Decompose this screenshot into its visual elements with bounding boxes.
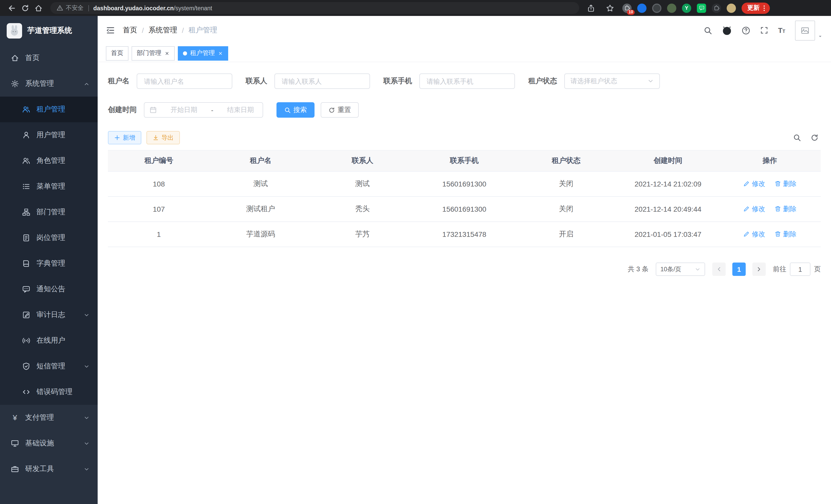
sidebar-item-home[interactable]: 首页	[0, 45, 98, 71]
sidebar-item-menus[interactable]: 菜单管理	[0, 174, 98, 199]
page-number-current[interactable]: 1	[732, 263, 746, 276]
main-area: 首页 / 系统管理 / 租户管理 TT	[98, 16, 831, 504]
sidebar-item-audit-log[interactable]: 审计日志	[0, 302, 98, 328]
edit-button[interactable]: 修改	[743, 230, 765, 239]
reset-button-label: 重置	[338, 105, 351, 115]
extension-icon[interactable]	[712, 3, 721, 12]
tab-home[interactable]: 首页	[106, 46, 128, 60]
browser-menu-icon[interactable]	[761, 4, 768, 11]
cell-created: 2021-12-14 21:02:09	[617, 171, 719, 197]
sidebar-toggle-button[interactable]	[106, 26, 115, 35]
sidebar-item-label: 在线用户	[36, 336, 88, 345]
table-toolbar: 新增 导出	[108, 131, 821, 144]
menu-list-icon	[22, 182, 30, 190]
search-button[interactable]: 搜索	[277, 102, 315, 118]
tenant-name-input[interactable]	[143, 77, 226, 86]
roles-icon	[22, 157, 30, 165]
sidebar-item-sms[interactable]: 短信管理	[0, 353, 98, 379]
cell-actions: 修改 删除	[719, 197, 821, 222]
sidebar-item-announcements[interactable]: 通知公告	[0, 276, 98, 302]
chevron-down-icon	[695, 266, 700, 272]
extension-icon[interactable]	[667, 3, 676, 12]
browser-home-button[interactable]	[32, 1, 45, 14]
reset-button[interactable]: 重置	[321, 102, 359, 118]
search-icon[interactable]	[704, 26, 712, 35]
breadcrumb-item[interactable]: 系统管理	[148, 26, 177, 35]
gear-icon	[11, 80, 19, 88]
goto-page-input[interactable]	[790, 263, 810, 276]
edit-button[interactable]: 修改	[743, 179, 765, 188]
sidebar-item-error-codes[interactable]: 错误码管理	[0, 379, 98, 405]
sidebar-item-positions[interactable]: 岗位管理	[0, 225, 98, 251]
extension-icon[interactable]	[727, 3, 736, 12]
delete-button[interactable]: 删除	[774, 230, 797, 239]
sidebar-item-infrastructure[interactable]: 基础设施	[0, 431, 98, 456]
delete-button[interactable]: 删除	[774, 205, 797, 214]
phone-input-wrap[interactable]	[419, 73, 515, 89]
browser-reload-button[interactable]	[19, 1, 32, 14]
screen: 不安全 dashboard.yudao.iocoder.cn/system/te…	[0, 0, 831, 504]
prev-page-button[interactable]	[712, 263, 726, 276]
next-page-button[interactable]	[752, 263, 766, 276]
breadcrumb-separator: /	[182, 26, 184, 34]
announcement-icon	[22, 285, 30, 293]
yen-icon: ¥	[11, 414, 19, 422]
delete-button[interactable]: 删除	[774, 179, 797, 188]
browser-update-button[interactable]: 更新	[742, 2, 770, 13]
sidebar-item-system[interactable]: 系统管理	[0, 71, 98, 97]
tenant-name-input-wrap[interactable]	[137, 73, 232, 89]
extension-icon[interactable]: Y	[682, 3, 691, 12]
cell-status: 关闭	[515, 171, 617, 197]
close-icon[interactable]	[165, 51, 170, 56]
user-avatar-menu[interactable]	[795, 20, 823, 40]
sidebar-item-dictionary[interactable]: 字典管理	[0, 251, 98, 276]
breadcrumb-item-current: 租户管理	[189, 26, 218, 35]
date-range-picker[interactable]: 开始日期 - 结束日期	[144, 102, 263, 118]
browser-back-button[interactable]	[5, 1, 19, 14]
close-icon[interactable]	[218, 51, 223, 56]
extension-icon[interactable]	[637, 3, 647, 12]
refresh-table-icon[interactable]	[810, 134, 819, 142]
cell-contact: 测试	[312, 171, 413, 197]
sidebar-item-departments[interactable]: 部门管理	[0, 199, 98, 225]
toggle-search-icon[interactable]	[793, 134, 801, 142]
page-size-select[interactable]: 10条/页	[656, 263, 705, 276]
online-users-icon	[22, 336, 30, 345]
tab-tenant[interactable]: 租户管理	[178, 46, 228, 60]
extension-icon[interactable]	[697, 3, 706, 12]
sidebar-item-label: 用户管理	[36, 130, 88, 140]
fullscreen-icon[interactable]	[760, 26, 768, 34]
edit-button[interactable]: 修改	[743, 205, 765, 214]
sidebar-item-online-users[interactable]: 在线用户	[0, 328, 98, 353]
table-row: 108 测试 测试 15601691300 关闭 2021-12-14 21:0…	[108, 171, 821, 197]
contact-input[interactable]	[281, 77, 364, 86]
sidebar-item-users[interactable]: 用户管理	[0, 122, 98, 148]
browser-toolbar: 不安全 dashboard.yudao.iocoder.cn/system/te…	[0, 0, 831, 16]
extension-icon[interactable]: 10	[622, 3, 632, 12]
contact-input-wrap[interactable]	[275, 73, 370, 89]
filter-row-2: 创建时间 开始日期 - 结束日期 搜索 重置	[108, 102, 821, 118]
sidebar-item-roles[interactable]: 角色管理	[0, 148, 98, 174]
breadcrumb-item[interactable]: 首页	[123, 26, 137, 35]
tab-departments[interactable]: 部门管理	[132, 46, 175, 60]
bookmark-star-icon[interactable]	[603, 1, 617, 14]
export-button[interactable]: 导出	[146, 131, 180, 144]
column-header-name: 租户名	[210, 150, 311, 171]
add-button[interactable]: 新增	[108, 131, 141, 144]
extension-icon[interactable]	[652, 3, 661, 12]
sidebar-item-label: 支付管理	[25, 413, 88, 422]
sidebar-item-tenant[interactable]: 租户管理	[0, 97, 98, 122]
phone-input[interactable]	[426, 77, 509, 86]
tenant-table: 租户编号 租户名 联系人 联系手机 租户状态 创建时间 操作 108 测试	[108, 150, 821, 247]
delete-label: 删除	[783, 205, 797, 214]
sidebar-item-label: 系统管理	[25, 79, 88, 88]
font-size-icon[interactable]: TT	[778, 27, 785, 34]
address-bar[interactable]: 不安全 dashboard.yudao.iocoder.cn/system/te…	[50, 2, 579, 14]
warning-icon	[57, 5, 63, 11]
status-select[interactable]: 请选择租户状态	[564, 73, 660, 89]
sidebar-item-dev-tools[interactable]: 研发工具	[0, 456, 98, 482]
help-icon[interactable]	[742, 26, 750, 35]
sidebar-item-payment[interactable]: ¥ 支付管理	[0, 405, 98, 431]
share-icon[interactable]	[584, 1, 598, 14]
github-icon[interactable]	[722, 25, 732, 35]
